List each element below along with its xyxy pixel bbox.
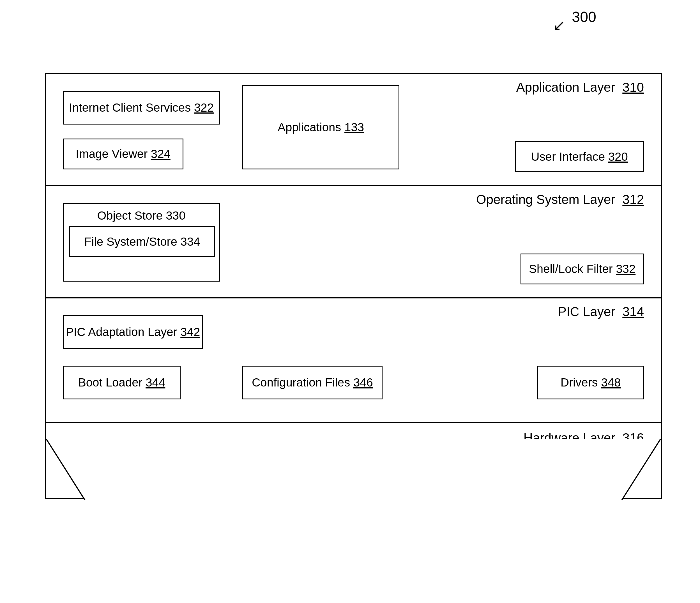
applications-box: Applications 133: [242, 85, 399, 169]
object-store-label: Object Store 330: [64, 209, 219, 222]
internet-client-services-box: Internet Client Services 322: [63, 91, 220, 125]
main-box: Application Layer 310 Internet Client Se…: [45, 73, 662, 499]
drivers-box: Drivers 348: [538, 366, 644, 399]
os-layer-label: Operating System Layer 312: [476, 192, 644, 207]
ref-number: 300: [572, 8, 596, 25]
pic-adaptation-box: PIC Adaptation Layer 342: [63, 315, 203, 349]
hardware-top-border: [46, 422, 661, 423]
trapezoid-svg: [46, 438, 661, 500]
config-files-box: Configuration Files 346: [242, 366, 382, 399]
user-interface-box: User Interface 320: [515, 141, 644, 172]
application-layer-row: Application Layer 310 Internet Client Se…: [46, 74, 661, 186]
pic-layer-label: PIC Layer 314: [558, 304, 644, 319]
shell-lock-box: Shell/Lock Filter 332: [521, 254, 644, 284]
pic-layer-row: PIC Layer 314 PIC Adaptation Layer 342 B…: [46, 298, 661, 422]
os-layer-row: Operating System Layer 312 Object Store …: [46, 186, 661, 298]
image-viewer-box: Image Viewer 324: [63, 139, 183, 169]
hardware-layer: Hardware Layer 316: [46, 422, 661, 500]
svg-marker-0: [46, 438, 661, 500]
boot-loader-box: Boot Loader 344: [63, 366, 181, 399]
object-store-outer-box: Object Store 330 File System/Store 334: [63, 203, 220, 282]
ref-arrow: ↙: [553, 17, 566, 34]
application-layer-label: Application Layer 310: [516, 80, 644, 95]
file-system-box: File System/Store 334: [69, 226, 215, 257]
diagram-container: Application Layer 310 Internet Client Se…: [28, 39, 673, 516]
